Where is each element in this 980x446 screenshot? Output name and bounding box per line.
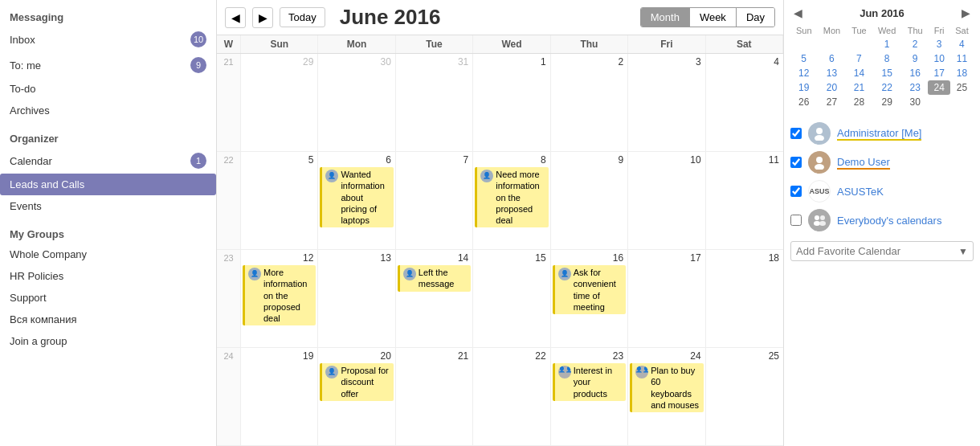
mini-cal-cell[interactable]: 8 — [872, 51, 901, 66]
calendar-event[interactable]: 👤 Proposal for discount offer — [320, 363, 393, 401]
mini-cal-cell[interactable] — [846, 37, 872, 51]
everybody-cal-name[interactable]: Everybody's calendars — [837, 215, 941, 227]
calendar-event[interactable]: 👤 Ask for convenient time of meeting — [553, 265, 626, 314]
demo-checkbox[interactable] — [790, 157, 802, 168]
mini-cal-cell[interactable] — [950, 95, 974, 109]
mini-cal-cell[interactable]: 3 — [928, 37, 949, 51]
cal-day[interactable]: 22 — [473, 348, 550, 445]
cal-day[interactable]: 14 👤 Left the message — [396, 250, 473, 347]
mini-cal-cell[interactable] — [790, 37, 817, 51]
asus-cal-name[interactable]: ASUSTeK — [837, 186, 884, 198]
mini-cal-cell[interactable]: 28 — [846, 95, 872, 109]
everybody-checkbox[interactable] — [790, 215, 802, 226]
mini-cal-cell[interactable]: 20 — [817, 80, 846, 95]
today-button[interactable]: Today — [280, 7, 325, 27]
mini-cal-today-cell[interactable]: 24 — [928, 80, 949, 95]
sidebar-item-whole-company[interactable]: Whole Company — [0, 243, 216, 265]
mini-cal-cell[interactable]: 27 — [817, 95, 846, 109]
mini-cal-cell[interactable]: 10 — [928, 51, 949, 66]
cal-day[interactable]: 15 — [473, 250, 550, 347]
cal-day[interactable]: 4 — [706, 54, 783, 151]
mini-cal-cell[interactable]: 25 — [950, 80, 974, 95]
cal-day[interactable]: 25 — [706, 348, 783, 445]
asus-checkbox[interactable] — [790, 186, 802, 197]
demo-cal-name[interactable]: Demo User — [837, 156, 890, 170]
cal-day[interactable]: 1 — [473, 54, 550, 151]
cal-day[interactable]: 19 — [241, 348, 318, 445]
cal-day[interactable]: 24 👤 👤 Plan to buy 60 keyboards and mous… — [628, 348, 705, 445]
view-day-button[interactable]: Day — [737, 8, 774, 27]
admin-checkbox[interactable] — [790, 128, 802, 139]
mini-cal-cell[interactable]: 11 — [950, 51, 974, 66]
mini-cal-cell[interactable]: 29 — [872, 95, 901, 109]
sidebar-item-hr-policies[interactable]: HR Policies — [0, 265, 216, 287]
mini-cal-cell[interactable]: 13 — [817, 66, 846, 80]
cal-day[interactable]: 31 — [396, 54, 473, 151]
sidebar-item-vsya-kompaniya[interactable]: Вся компания — [0, 309, 216, 330]
cal-day[interactable]: 13 — [318, 250, 395, 347]
mini-cal-cell[interactable]: 15 — [872, 66, 901, 80]
view-month-button[interactable]: Month — [641, 8, 690, 27]
mini-cal-cell[interactable]: 22 — [872, 80, 901, 95]
sidebar-item-leads[interactable]: Leads and Calls — [0, 174, 216, 195]
mini-cal-cell[interactable]: 2 — [902, 37, 929, 51]
calendar-event[interactable]: 👤 More information on the proposed deal — [243, 265, 316, 325]
cal-day[interactable]: 29 — [241, 54, 318, 151]
next-button[interactable]: ▶ — [252, 7, 273, 28]
mini-cal-cell[interactable]: 12 — [790, 66, 817, 80]
cal-day[interactable]: 10 — [628, 152, 705, 249]
cal-day[interactable]: 5 — [241, 152, 318, 249]
mini-cal-cell[interactable]: 17 — [928, 66, 949, 80]
calendar-event[interactable]: 👤 👤 Interest in your products — [553, 363, 626, 401]
mini-cal-cell[interactable]: 30 — [902, 95, 929, 109]
cal-day[interactable]: 7 — [396, 152, 473, 249]
admin-cal-name[interactable]: Administrator [Me] — [837, 127, 921, 141]
sidebar-item-support[interactable]: Support — [0, 287, 216, 309]
sidebar-item-tome[interactable]: To: me 9 — [0, 52, 216, 78]
mini-cal-cell[interactable]: 5 — [790, 51, 817, 66]
cal-day[interactable]: 17 — [628, 250, 705, 347]
calendar-event[interactable]: 👤 Left the message — [398, 265, 471, 292]
calendar-event[interactable]: 👤 Need more information on the proposed … — [475, 167, 548, 227]
view-week-button[interactable]: Week — [690, 8, 737, 27]
cal-day[interactable]: 8 👤 Need more information on the propose… — [473, 152, 550, 249]
cal-day[interactable]: 20 👤 Proposal for discount offer — [318, 348, 395, 445]
mini-next-button[interactable]: ▶ — [958, 6, 974, 19]
calendar-event[interactable]: 👤 Wanted information about pricing of la… — [320, 167, 393, 227]
mini-cal-cell[interactable]: 18 — [950, 66, 974, 80]
sidebar-item-todo[interactable]: To-do — [0, 78, 216, 100]
cal-day[interactable]: 12 👤 More information on the proposed de… — [241, 250, 318, 347]
mini-cal-cell[interactable]: 26 — [790, 95, 817, 109]
sidebar-item-calendar[interactable]: Calendar 1 — [0, 148, 216, 174]
mini-cal-cell[interactable]: 7 — [846, 51, 872, 66]
mini-cal-cell[interactable]: 4 — [950, 37, 974, 51]
sidebar-item-inbox[interactable]: Inbox 10 — [0, 27, 216, 52]
cal-day[interactable]: 30 — [318, 54, 395, 151]
mini-cal-cell[interactable]: 19 — [790, 80, 817, 95]
mini-cal-cell[interactable]: 16 — [902, 66, 929, 80]
mini-cal-cell[interactable] — [817, 37, 846, 51]
calendar-event[interactable]: 👤 👤 Plan to buy 60 keyboards and mouses — [630, 363, 703, 412]
cal-day[interactable]: 3 — [628, 54, 705, 151]
mini-cal-cell[interactable]: 21 — [846, 80, 872, 95]
mini-cal-cell[interactable]: 9 — [902, 51, 929, 66]
mini-cal-cell[interactable]: 6 — [817, 51, 846, 66]
add-favorite-input[interactable] — [796, 245, 958, 257]
mini-prev-button[interactable]: ◀ — [790, 6, 806, 19]
sidebar-item-archives[interactable]: Archives — [0, 100, 216, 121]
mini-cal-cell[interactable]: 23 — [902, 80, 929, 95]
sidebar-item-events[interactable]: Events — [0, 195, 216, 217]
cal-day[interactable]: 16 👤 Ask for convenient time of meeting — [551, 250, 628, 347]
prev-button[interactable]: ◀ — [225, 7, 246, 28]
cal-day[interactable]: 18 — [706, 250, 783, 347]
sidebar-item-join-group[interactable]: Join a group — [0, 330, 216, 352]
mini-cal-cell[interactable]: 14 — [846, 66, 872, 80]
cal-day[interactable]: 2 — [551, 54, 628, 151]
cal-day[interactable]: 11 — [706, 152, 783, 249]
mini-cal-cell[interactable] — [928, 95, 949, 109]
cal-day[interactable]: 6 👤 Wanted information about pricing of … — [318, 152, 395, 249]
cal-day[interactable]: 23 👤 👤 Interest in your products — [551, 348, 628, 445]
cal-day[interactable]: 21 — [396, 348, 473, 445]
mini-cal-cell[interactable]: 1 — [872, 37, 901, 51]
cal-day[interactable]: 9 — [551, 152, 628, 249]
